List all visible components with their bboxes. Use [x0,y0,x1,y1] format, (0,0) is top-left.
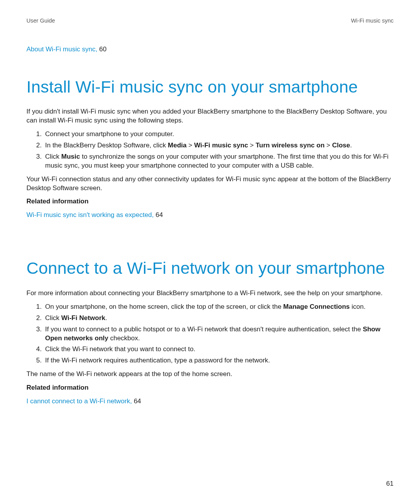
section1-steps: Connect your smartphone to your computer… [26,130,394,170]
xref-link-about-wifi-music-sync[interactable]: About Wi-Fi music sync, [26,46,97,53]
running-header: User Guide Wi-Fi music sync [26,17,394,25]
step-2-dot: . [350,142,352,149]
top-cross-reference: About Wi-Fi music sync, 60 [26,45,394,54]
section1-para2: Your Wi-Fi connection status and any oth… [26,175,394,193]
step-2-sep1: > [187,142,194,149]
step-3-post: to synchronize the songs on your compute… [45,153,388,169]
section1-related-label: Related information [26,197,394,206]
xref-page-64a: 64 [154,211,163,219]
s2-step-4: Click the Wi-Fi network that you want to… [44,345,394,354]
step-2-sep3: > [325,142,332,149]
xref-link-not-working[interactable]: Wi-Fi music sync isn't working as expect… [26,211,154,219]
s2-step-5: If the Wi-Fi network requires authentica… [44,356,394,365]
step-2-wifi-music-sync: Wi-Fi music sync [194,142,248,149]
s2-step1-post: icon. [350,303,366,310]
step-2: In the BlackBerry Desktop Software, clic… [44,141,394,150]
step-2-sep2: > [248,142,256,149]
s2-step1-pre: On your smartphone, on the home screen, … [45,303,283,310]
heading-install-wifi-music-sync: Install Wi-Fi music sync on your smartph… [26,77,394,96]
s2-step3-post: checkbox. [108,334,140,342]
step-2-turn-on: Turn wireless sync on [256,142,324,149]
section2-intro: For more information about connecting yo… [26,289,394,298]
section2-related-label: Related information [26,383,394,392]
step-1: Connect your smartphone to your computer… [44,130,394,139]
running-header-left: User Guide [26,17,55,25]
s2-step2-pre: Click [45,314,61,322]
heading-connect-wifi-network: Connect to a Wi-Fi network on your smart… [26,259,394,278]
s2-step2-wifi-network: Wi-Fi Network [61,314,105,322]
xref-page-64b: 64 [132,397,141,405]
xref-link-cannot-connect[interactable]: I cannot connect to a Wi-Fi network, [26,397,132,405]
s2-step1-manage-connections: Manage Connections [283,303,350,310]
step-3: Click Music to synchronize the songs on … [44,152,394,170]
section-spacer [26,220,394,243]
step-2-close: Close [332,142,350,149]
s2-step-1: On your smartphone, on the home screen, … [44,303,394,312]
running-header-right: Wi-Fi music sync [351,17,394,25]
xref-page-number: 60 [97,46,107,53]
step-3-music: Music [61,153,80,160]
section1-intro: If you didn't install Wi-Fi music sync w… [26,107,394,125]
section2-steps: On your smartphone, on the home screen, … [26,303,394,366]
step-2-text-pre: In the BlackBerry Desktop Software, clic… [45,142,168,149]
step-3-pre: Click [45,153,61,160]
section1-related-xref: Wi-Fi music sync isn't working as expect… [26,211,394,220]
s2-step-2: Click Wi-Fi Network. [44,314,394,323]
s2-step-3: If you want to connect to a public hotsp… [44,325,394,343]
step-2-media: Media [168,142,187,149]
s2-step2-post: . [105,314,107,322]
section2-para2: The name of the Wi-Fi network appears at… [26,370,394,379]
page: User Guide Wi-Fi music sync About Wi-Fi … [0,0,420,504]
page-number: 61 [386,480,394,488]
s2-step3-pre: If you want to connect to a public hotsp… [45,326,363,333]
section2-related-xref: I cannot connect to a Wi-Fi network, 64 [26,397,394,406]
